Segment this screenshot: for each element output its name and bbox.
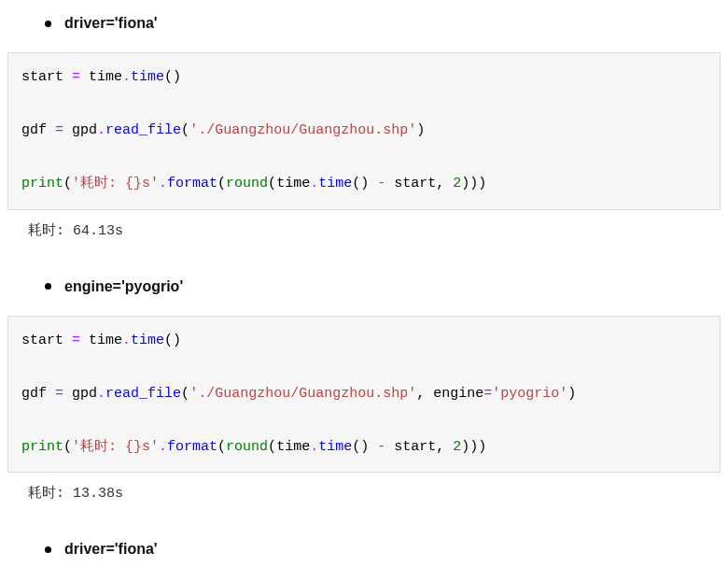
code-line: start = time.time() bbox=[21, 328, 707, 355]
code-line: print('耗时: {}s'.format(round(time.time()… bbox=[21, 434, 707, 461]
code-token: . bbox=[97, 122, 105, 138]
code-token: () bbox=[164, 69, 181, 85]
code-token: read_file bbox=[105, 386, 181, 402]
code-token: start bbox=[394, 176, 436, 191]
document-root: driver='fiona'start = time.time() gdf = … bbox=[0, 7, 728, 565]
code-token bbox=[63, 386, 72, 402]
code-token: ( bbox=[268, 439, 276, 455]
code-token: () bbox=[352, 176, 369, 191]
code-token: time bbox=[89, 69, 122, 85]
code-token bbox=[444, 439, 453, 455]
code-token: time bbox=[89, 333, 122, 348]
code-token: . bbox=[159, 439, 167, 455]
bullet-item: driver='fiona' bbox=[0, 533, 728, 565]
code-token: format bbox=[167, 439, 217, 455]
code-token: 2 bbox=[453, 176, 461, 191]
code-token bbox=[80, 333, 89, 348]
code-token bbox=[80, 69, 89, 85]
code-token: time bbox=[276, 439, 310, 455]
code-token: time bbox=[131, 69, 164, 85]
code-token: . bbox=[310, 439, 318, 455]
code-token: './Guangzhou/Guangzhou.shp' bbox=[189, 122, 416, 138]
code-token: round bbox=[226, 176, 268, 191]
code-token: () bbox=[352, 439, 369, 455]
code-token: './Guangzhou/Guangzhou.shp' bbox=[189, 386, 416, 402]
code-token bbox=[385, 439, 394, 455]
code-token: gpd bbox=[72, 122, 97, 138]
code-token: time bbox=[318, 439, 352, 455]
code-token: , bbox=[416, 386, 425, 402]
bullet-item: engine='pyogrio' bbox=[0, 271, 728, 303]
code-token: gpd bbox=[72, 386, 97, 402]
code-token: round bbox=[226, 439, 268, 455]
code-token bbox=[63, 69, 72, 85]
code-token bbox=[47, 386, 55, 402]
code-block: start = time.time() gdf = gpd.read_file(… bbox=[7, 52, 721, 210]
bullet-text: driver='fiona' bbox=[64, 541, 158, 558]
code-token: time bbox=[276, 176, 310, 191]
code-token: start bbox=[394, 439, 436, 455]
code-token: ( bbox=[181, 122, 189, 138]
code-token: ( bbox=[217, 439, 226, 455]
code-token: start bbox=[21, 69, 63, 85]
code-token: '耗时: {}s' bbox=[72, 176, 159, 191]
bullet-dot-icon bbox=[45, 283, 51, 290]
code-token bbox=[369, 176, 377, 191]
code-line: gdf = gpd.read_file('./Guangzhou/Guangzh… bbox=[21, 381, 707, 408]
code-token: , bbox=[436, 439, 444, 455]
code-token: ) bbox=[416, 122, 425, 138]
code-line bbox=[21, 354, 707, 381]
code-token: print bbox=[21, 176, 63, 191]
code-token: = bbox=[55, 122, 63, 138]
code-token bbox=[385, 176, 394, 191]
code-line bbox=[21, 145, 707, 172]
code-token: , bbox=[436, 176, 444, 191]
code-token: ( bbox=[217, 176, 226, 191]
code-token: () bbox=[164, 333, 181, 348]
code-token: ( bbox=[63, 439, 72, 455]
code-token: time bbox=[131, 333, 164, 348]
code-token: - bbox=[377, 439, 385, 455]
code-token: format bbox=[167, 176, 217, 191]
code-token: . bbox=[310, 176, 318, 191]
code-token bbox=[63, 122, 72, 138]
output-text: 耗时: 13.38s bbox=[7, 478, 721, 507]
code-line: print('耗时: {}s'.format(round(time.time()… bbox=[21, 171, 707, 198]
code-token: . bbox=[122, 333, 131, 348]
code-token: ))) bbox=[461, 176, 486, 191]
code-line bbox=[21, 407, 707, 434]
code-token: start bbox=[21, 333, 63, 348]
code-token: time bbox=[318, 176, 352, 191]
code-token: ))) bbox=[461, 439, 486, 455]
bullet-text: engine='pyogrio' bbox=[64, 278, 183, 295]
code-token: engine bbox=[433, 386, 483, 402]
code-token: ) bbox=[567, 386, 576, 402]
code-token: '耗时: {}s' bbox=[72, 439, 159, 455]
code-token: ( bbox=[181, 386, 189, 402]
code-token: read_file bbox=[105, 122, 181, 138]
code-token bbox=[444, 176, 453, 191]
code-token: . bbox=[159, 176, 167, 191]
bullet-item: driver='fiona' bbox=[0, 7, 728, 39]
code-token: 2 bbox=[453, 439, 461, 455]
code-token: = bbox=[72, 69, 80, 85]
code-token bbox=[47, 122, 55, 138]
bullet-text: driver='fiona' bbox=[64, 15, 158, 32]
output-text: 耗时: 64.13s bbox=[7, 216, 721, 245]
code-token: = bbox=[55, 386, 63, 402]
code-line: start = time.time() bbox=[21, 64, 707, 92]
bullet-dot-icon bbox=[45, 21, 51, 27]
code-token: = bbox=[483, 386, 492, 402]
code-line bbox=[21, 92, 707, 119]
code-token: ( bbox=[268, 176, 276, 191]
code-token: ( bbox=[63, 176, 72, 191]
code-block: start = time.time() gdf = gpd.read_file(… bbox=[7, 316, 721, 474]
code-token: gdf bbox=[21, 386, 47, 402]
code-token bbox=[63, 333, 72, 348]
code-token: - bbox=[377, 176, 385, 191]
code-line: gdf = gpd.read_file('./Guangzhou/Guangzh… bbox=[21, 118, 707, 145]
code-token bbox=[425, 386, 433, 402]
bullet-dot-icon bbox=[45, 546, 51, 553]
code-token: . bbox=[97, 386, 105, 402]
code-token: gdf bbox=[21, 122, 47, 138]
